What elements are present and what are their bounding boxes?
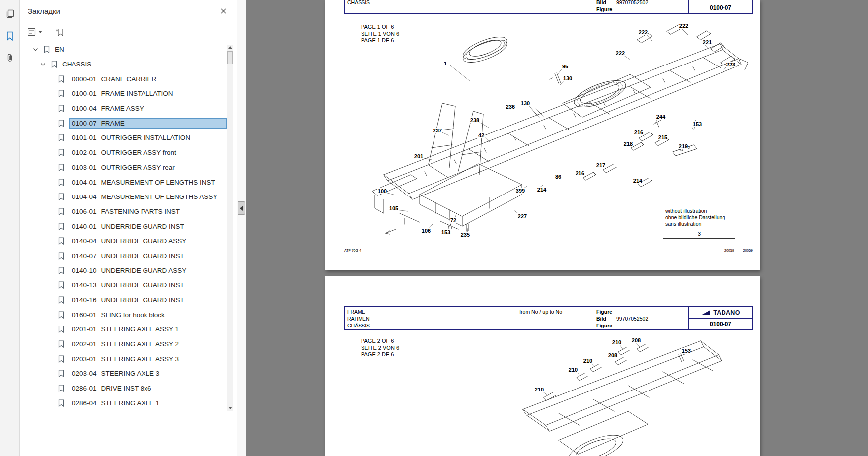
bookmark-icon (58, 281, 65, 289)
collapse-panel-button[interactable] (238, 201, 245, 215)
bookmark-item[interactable]: 0101-01 OUTRIGGER INSTALLATION (20, 130, 227, 145)
scroll-up-button[interactable] (227, 45, 233, 50)
bookmark-item[interactable]: 0106-01 FASTENING PARTS INST (20, 204, 227, 219)
header-figure-cell: Figure Bild99707052502 Figure (589, 307, 688, 329)
bookmark-label: FRAME INSTALLATION (101, 90, 173, 97)
options-list-icon (28, 28, 36, 36)
figure-label: Figure (596, 322, 688, 329)
bookmark-item[interactable]: 0140-01 UNDERRIDE GUARD INST (20, 219, 227, 234)
bookmark-item[interactable]: 0100-04 FRAME ASSY (20, 101, 227, 116)
close-panel-button[interactable] (218, 5, 229, 16)
bookmarks-panel: Закладки (20, 0, 237, 456)
bookmark-item[interactable]: 0102-01 OUTRIGGER ASSY front (20, 145, 227, 160)
bookmark-code: 0102-01 (72, 149, 97, 156)
part-number-label: 100 (377, 188, 387, 194)
page-line: SEITE 2 VON 6 (361, 345, 399, 352)
bookmark-group-chassis[interactable]: CHASSIS (20, 57, 227, 72)
part-number-label: 217 (596, 162, 606, 168)
bookmark-label: DRIVE INST 8x6 (101, 385, 151, 392)
header-title-line: RAHMEN (347, 315, 589, 322)
header-title-line: CHÂSSIS (347, 0, 589, 6)
part-number-label: 96 (562, 64, 569, 69)
bookmark-icon (58, 179, 65, 186)
bookmark-code: 0140-13 (72, 281, 97, 289)
part-number-label: 210 (534, 387, 544, 392)
part-number-label: 214 (537, 187, 547, 193)
chevron-down-icon[interactable] (40, 63, 47, 66)
bookmark-icon (44, 46, 50, 53)
note-line: without illustration (665, 208, 733, 214)
bookmark-icon (58, 75, 65, 83)
bookmark-item[interactable]: 0104-01 MEASUREMENT OF LENGTHS INST (20, 175, 227, 190)
bookmark-code: 0140-10 (72, 267, 97, 274)
scroll-thumb[interactable] (227, 51, 233, 64)
bookmark-item[interactable]: 0104-04 MEASUREMENT OF LENGTHS ASSY (20, 190, 227, 204)
tadano-flag-icon (701, 310, 711, 316)
bookmark-icon (58, 267, 65, 274)
bookmark-label: UNDERRIDE GUARD INST (101, 281, 184, 289)
bookmark-icon (58, 326, 65, 333)
figure-number: 0100-07 (689, 318, 752, 329)
bookmark-item[interactable]: 0140-10 UNDERRIDE GUARD ASSY (20, 263, 227, 278)
bookmark-icon (58, 90, 65, 97)
bookmark-item[interactable]: 0100-07 FRAME (20, 116, 227, 130)
part-number-label: 244 (656, 114, 666, 120)
bookmark-code: 0100-01 (72, 90, 97, 97)
bookmark-icon (58, 252, 65, 260)
bookmark-options-button[interactable] (28, 28, 42, 36)
bookmark-label: STEERING AXLE ASSY 3 (101, 355, 179, 363)
panel-splitter[interactable] (237, 0, 246, 456)
bookmarks-panel-button[interactable] (3, 30, 16, 42)
bookmark-icon (58, 355, 65, 363)
bookmark-item[interactable]: 0103-01 OUTRIGGER ASSY rear (20, 160, 227, 175)
triangle-up-icon (228, 46, 232, 49)
page-thumbnails-button[interactable] (3, 8, 16, 20)
parts-diagram-frame-2 (325, 276, 760, 456)
bookmark-item[interactable]: 0201-01 STEERING AXLE ASSY 1 (20, 322, 227, 337)
bookmark-label: STEERING AXLE 1 (101, 399, 160, 407)
footer-rule (344, 247, 753, 247)
bookmark-item[interactable]: 0203-01 STEERING AXLE ASSY 3 (20, 351, 227, 366)
attachments-button[interactable] (3, 52, 16, 64)
page-line: PAGE 2 OF 6 (361, 338, 399, 345)
part-number-label: 130 (520, 100, 530, 106)
sidebar-scrollbar[interactable] (227, 45, 233, 411)
bookmark-item[interactable]: 0203-04 STEERING AXLE 3 (20, 366, 227, 381)
part-number-label: 238 (470, 117, 480, 123)
page-line: PAGE 2 DE 6 (361, 351, 399, 358)
header-title-line: CHÂSSIS (347, 322, 589, 329)
part-number-label: 208 (608, 352, 618, 358)
bookmark-label: STEERING AXLE ASSY 1 (101, 326, 179, 333)
bild-value: 99707052502 (616, 0, 648, 6)
bookmark-icon (58, 149, 65, 156)
bookmark-code: 0100-07 (72, 120, 97, 127)
bookmark-root-label: EN (55, 46, 64, 53)
scroll-down-button[interactable] (227, 405, 233, 411)
bookmark-item[interactable]: 0140-13 UNDERRIDE GUARD INST (20, 278, 227, 293)
part-number-label: 210 (583, 358, 593, 364)
header-brand-cell: TADANO 0100-07 (688, 307, 752, 329)
bookmark-item[interactable]: 0140-07 UNDERRIDE GUARD INST (20, 249, 227, 263)
bookmark-item[interactable]: 0160-01 SLING for hook block (20, 307, 227, 322)
bookmark-item[interactable]: 0202-01 STEERING AXLE ASSY 2 (20, 337, 227, 352)
part-number-label: 216 (634, 130, 644, 135)
bookmark-label: OUTRIGGER ASSY rear (101, 164, 175, 171)
bookmark-code: 0140-04 (72, 237, 97, 245)
bookmark-label: UNDERRIDE GUARD ASSY (101, 237, 187, 245)
new-bookmark-button[interactable] (55, 28, 64, 36)
bookmark-label: STEERING AXLE 3 (101, 370, 160, 377)
bookmark-item[interactable]: 0100-01 FRAME INSTALLATION (20, 86, 227, 101)
chevron-down-icon[interactable] (33, 48, 40, 52)
footer-number: 20059 (743, 249, 753, 252)
bookmark-code: 0103-01 (72, 164, 97, 171)
bookmark-item[interactable]: 0286-01 DRIVE INST 8x6 (20, 381, 227, 396)
bookmark-label: FRAME (101, 120, 125, 127)
bookmark-item[interactable]: 0000-01 CRANE CARRIER (20, 71, 227, 86)
header-title-cell: RAHMEN CHÂSSIS (345, 0, 589, 13)
bookmark-item[interactable]: 0140-04 UNDERRIDE GUARD ASSY (20, 234, 227, 249)
bookmark-code: 0201-01 (72, 326, 97, 333)
part-number-label: 208 (631, 337, 641, 343)
bookmark-item[interactable]: 0140-16 UNDERRIDE GUARD INST (20, 293, 227, 308)
bookmark-item[interactable]: 0286-04 STEERING AXLE 1 (20, 396, 227, 411)
bookmark-root-en[interactable]: EN (20, 42, 227, 57)
